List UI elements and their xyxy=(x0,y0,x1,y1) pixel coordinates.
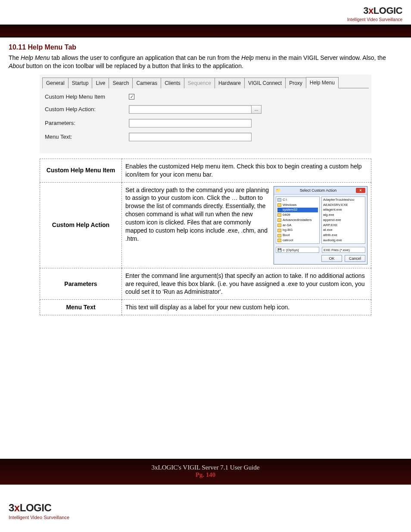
table-row: Custom Help Menu Item Enables the custom… xyxy=(40,159,371,182)
input-menu-text[interactable] xyxy=(129,133,252,141)
row-menu-text: Menu Text: xyxy=(45,133,366,141)
intro-text: tab allows the user to configure an appl… xyxy=(50,54,241,61)
list-item: 0409 xyxy=(277,213,318,218)
folder-icon xyxy=(277,229,281,232)
table-row: Parameters Enter the command line argume… xyxy=(40,268,371,300)
list-item: audiodg.exe xyxy=(323,238,364,243)
list-item: ar-SA xyxy=(277,223,318,228)
folder-icon xyxy=(277,208,281,212)
dialog-titlebar: 📁 Select Custom Action × xyxy=(274,187,367,195)
custom-help-action-text: Set a directory path to the command you … xyxy=(125,186,271,243)
tab-live[interactable]: Live xyxy=(92,78,109,88)
folder-icon xyxy=(277,234,281,237)
cell-key-parameters: Parameters xyxy=(40,268,122,300)
page-content: 10.11 Help Menu Tab The Help Menu tab al… xyxy=(0,37,411,315)
dialog-folder-list[interactable]: C:\ Windows system32 0409 AdvancedInstal… xyxy=(276,196,320,244)
form-rows: Custom Help Menu Item ✓ Custom Help Acti… xyxy=(42,88,369,148)
intro-text: The xyxy=(9,54,21,61)
list-item: Windows xyxy=(277,203,318,208)
folder-icon xyxy=(277,213,281,217)
folder-icon xyxy=(277,203,281,207)
footer-bar: 3xLOGIC's VIGIL Server 7.1 User Guide Pg… xyxy=(0,459,411,485)
list-item: ARP.EXE xyxy=(323,223,364,228)
row-custom-help-action: Custom Help Action: ... xyxy=(45,105,366,114)
brand-logo: 3xLOGIC Intelligent Video Surveillance xyxy=(347,5,402,22)
description-table: Custom Help Menu Item Enables the custom… xyxy=(40,159,371,315)
input-custom-help-action[interactable] xyxy=(129,105,252,114)
section-title: 10.11 Help Menu Tab xyxy=(9,44,402,51)
tab-hardware[interactable]: Hardware xyxy=(215,78,245,88)
tab-help-menu[interactable]: Help Menu xyxy=(306,77,339,88)
tab-proxy[interactable]: Proxy xyxy=(285,78,306,88)
close-icon[interactable]: × xyxy=(356,188,365,193)
intro-paragraph: The Help Menu tab allows the user to con… xyxy=(9,54,402,70)
footer-title: 3xLOGIC's VIGIL Server 7.1 User Guide xyxy=(0,464,411,471)
list-item: C:\ xyxy=(277,198,318,202)
brand-logo-text: 3xLOGIC xyxy=(9,502,69,514)
table-row: Menu Text This text will display as a la… xyxy=(40,300,371,315)
intro-text: button on the icon toolbar will be repla… xyxy=(25,62,243,69)
cell-val-custom-help-action: Set a directory path to the command you … xyxy=(122,182,371,268)
cell-val-menu-text: This text will display as a label for yo… xyxy=(122,300,371,315)
list-item: AdapterTroubleshoo xyxy=(323,198,364,202)
select-custom-action-dialog: 📁 Select Custom Action × C:\ Windows sys… xyxy=(274,186,367,264)
tab-vigil-connect[interactable]: VIGIL Connect xyxy=(244,78,286,88)
drive-icon: 💾 xyxy=(277,248,282,252)
tab-startup[interactable]: Startup xyxy=(68,78,93,88)
list-item: append.exe xyxy=(323,218,364,223)
tab-search[interactable]: Search xyxy=(109,78,133,88)
cell-val-parameters: Enter the command line argument(s) that … xyxy=(122,268,371,300)
list-item: AEADISRV.EXE xyxy=(323,203,364,208)
list-item: alg.exe xyxy=(323,213,364,218)
folder-icon xyxy=(277,218,281,222)
label-custom-help-menu-item: Custom Help Menu Item xyxy=(45,93,129,100)
row-parameters: Parameters: xyxy=(45,119,366,128)
folder-icon: 📁 xyxy=(276,188,280,193)
dialog-file-list[interactable]: AdapterTroubleshoo AEADISRV.EXE aitagent… xyxy=(321,196,365,244)
tab-general[interactable]: General xyxy=(42,78,68,88)
tabs-row: General Startup Live Search Cameras Clie… xyxy=(42,77,369,88)
filter-dropdown[interactable]: EXE Files (*.exe) xyxy=(322,247,365,253)
list-item: Boot xyxy=(277,233,318,238)
folder-icon xyxy=(277,239,281,242)
footer-page: Pg. 140 xyxy=(0,471,411,479)
header-dark-bar xyxy=(0,25,411,37)
list-item: bg-BG xyxy=(277,228,318,233)
list-item: at.exe xyxy=(323,228,364,233)
brand-tagline: Intelligent Video Surveillance xyxy=(347,17,402,22)
footer-brand-logo: 3xLOGIC Intelligent Video Surveillance xyxy=(9,502,69,520)
cell-key-custom-help-action: Custom Help Action xyxy=(40,182,122,268)
list-item: catroot xyxy=(277,238,318,243)
logo-post: LOGIC xyxy=(374,5,402,16)
browse-button[interactable]: ... xyxy=(251,105,262,114)
folder-icon xyxy=(277,224,281,227)
drive-dropdown[interactable]: 💾 c: [OpSys] xyxy=(276,247,319,253)
list-item: auditpol.exe xyxy=(323,243,364,244)
logo-pre: 3 xyxy=(9,502,14,513)
label-menu-text: Menu Text: xyxy=(45,134,129,140)
intro-text: menu in the main VIGIL Server window. Al… xyxy=(254,54,386,61)
cell-key-menu-text: Menu Text xyxy=(40,300,122,315)
list-item: aitagent.exe xyxy=(323,208,364,212)
page-header: 3xLOGIC Intelligent Video Surveillance xyxy=(0,0,411,25)
ok-button[interactable]: OK xyxy=(321,255,342,262)
cell-val-custom-help-menu-item: Enables the customized Help menu item. C… xyxy=(122,159,371,182)
logo-post: LOGIC xyxy=(20,502,52,513)
list-item: system32 xyxy=(277,208,318,212)
list-item: catroot2 xyxy=(277,243,318,244)
label-custom-help-action: Custom Help Action: xyxy=(45,106,129,112)
list-item: AdvancedInstallers xyxy=(277,218,318,223)
logo-x: x xyxy=(368,5,374,16)
tab-sequence: Sequence xyxy=(184,78,215,88)
drive-icon xyxy=(277,198,281,202)
brand-logo-text: 3xLOGIC xyxy=(347,5,402,16)
tab-cameras[interactable]: Cameras xyxy=(132,78,161,88)
tab-clients[interactable]: Clients xyxy=(161,78,184,88)
input-parameters[interactable] xyxy=(129,119,252,128)
row-custom-help-menu-item: Custom Help Menu Item ✓ xyxy=(45,93,366,100)
settings-panel: General Startup Live Search Cameras Clie… xyxy=(40,75,371,153)
checkbox-custom-help-menu-item[interactable]: ✓ xyxy=(129,94,134,100)
intro-italic-2: Help xyxy=(241,54,254,61)
table-row: Custom Help Action Set a directory path … xyxy=(40,182,371,268)
cancel-button[interactable]: Cancel xyxy=(345,255,365,262)
